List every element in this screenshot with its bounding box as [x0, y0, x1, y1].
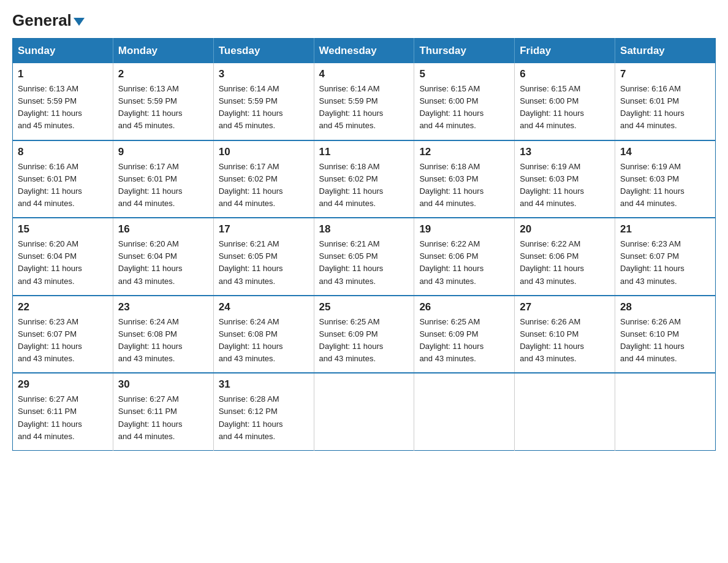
weekday-header-saturday: Saturday	[615, 39, 716, 64]
day-number: 29	[18, 378, 108, 391]
day-number: 3	[219, 68, 309, 80]
day-number: 31	[219, 378, 309, 391]
calendar-cell: 9 Sunrise: 6:17 AM Sunset: 6:01 PM Dayli…	[113, 140, 213, 218]
day-info: Sunrise: 6:15 AM Sunset: 6:00 PM Dayligh…	[520, 83, 610, 132]
calendar-cell: 6 Sunrise: 6:15 AM Sunset: 6:00 PM Dayli…	[515, 63, 615, 140]
calendar-week-row: 15 Sunrise: 6:20 AM Sunset: 6:04 PM Dayl…	[13, 218, 716, 296]
day-info: Sunrise: 6:17 AM Sunset: 6:02 PM Dayligh…	[219, 161, 309, 210]
day-number: 5	[419, 68, 509, 80]
day-number: 12	[419, 146, 509, 158]
day-number: 20	[520, 223, 610, 236]
day-info: Sunrise: 6:26 AM Sunset: 6:10 PM Dayligh…	[620, 316, 710, 366]
day-info: Sunrise: 6:23 AM Sunset: 6:07 PM Dayligh…	[18, 316, 108, 366]
day-info: Sunrise: 6:26 AM Sunset: 6:10 PM Dayligh…	[520, 316, 610, 366]
calendar-cell: 13 Sunrise: 6:19 AM Sunset: 6:03 PM Dayl…	[515, 140, 615, 218]
day-info: Sunrise: 6:21 AM Sunset: 6:05 PM Dayligh…	[219, 238, 309, 288]
calendar-week-row: 29 Sunrise: 6:27 AM Sunset: 6:11 PM Dayl…	[13, 373, 716, 450]
day-number: 15	[18, 223, 108, 236]
calendar-cell: 23 Sunrise: 6:24 AM Sunset: 6:08 PM Dayl…	[113, 296, 213, 373]
day-number: 22	[18, 301, 108, 313]
day-info: Sunrise: 6:14 AM Sunset: 5:59 PM Dayligh…	[219, 83, 309, 132]
day-info: Sunrise: 6:23 AM Sunset: 6:07 PM Dayligh…	[620, 238, 710, 288]
day-info: Sunrise: 6:18 AM Sunset: 6:03 PM Dayligh…	[419, 161, 509, 210]
day-info: Sunrise: 6:21 AM Sunset: 6:05 PM Dayligh…	[319, 238, 409, 288]
calendar-cell: 11 Sunrise: 6:18 AM Sunset: 6:02 PM Dayl…	[314, 140, 414, 218]
page-header: General	[12, 12, 716, 27]
day-number: 2	[118, 68, 208, 80]
weekday-header-wednesday: Wednesday	[314, 39, 414, 64]
calendar-cell: 24 Sunrise: 6:24 AM Sunset: 6:08 PM Dayl…	[213, 296, 314, 373]
day-info: Sunrise: 6:27 AM Sunset: 6:11 PM Dayligh…	[18, 393, 108, 443]
calendar-cell: 1 Sunrise: 6:13 AM Sunset: 5:59 PM Dayli…	[13, 63, 113, 140]
calendar-cell	[515, 373, 615, 450]
calendar-cell: 18 Sunrise: 6:21 AM Sunset: 6:05 PM Dayl…	[314, 218, 414, 296]
day-number: 8	[18, 146, 108, 158]
calendar-cell: 27 Sunrise: 6:26 AM Sunset: 6:10 PM Dayl…	[515, 296, 615, 373]
weekday-header-monday: Monday	[113, 39, 213, 64]
day-number: 10	[219, 146, 309, 158]
calendar-cell: 4 Sunrise: 6:14 AM Sunset: 5:59 PM Dayli…	[314, 63, 414, 140]
logo-general: General	[12, 12, 85, 28]
day-number: 25	[319, 301, 409, 313]
weekday-header-tuesday: Tuesday	[213, 39, 314, 64]
day-number: 6	[520, 68, 610, 80]
day-info: Sunrise: 6:16 AM Sunset: 6:01 PM Dayligh…	[18, 161, 108, 210]
calendar-cell: 8 Sunrise: 6:16 AM Sunset: 6:01 PM Dayli…	[13, 140, 113, 218]
day-number: 17	[219, 223, 309, 236]
calendar-cell: 20 Sunrise: 6:22 AM Sunset: 6:06 PM Dayl…	[515, 218, 615, 296]
weekday-header-thursday: Thursday	[414, 39, 515, 64]
day-info: Sunrise: 6:20 AM Sunset: 6:04 PM Dayligh…	[118, 238, 208, 288]
calendar-cell: 2 Sunrise: 6:13 AM Sunset: 5:59 PM Dayli…	[113, 63, 213, 140]
calendar-cell: 22 Sunrise: 6:23 AM Sunset: 6:07 PM Dayl…	[13, 296, 113, 373]
day-info: Sunrise: 6:25 AM Sunset: 6:09 PM Dayligh…	[319, 316, 409, 366]
day-info: Sunrise: 6:13 AM Sunset: 5:59 PM Dayligh…	[18, 83, 108, 132]
calendar-cell	[615, 373, 716, 450]
day-number: 9	[118, 146, 208, 158]
day-info: Sunrise: 6:27 AM Sunset: 6:11 PM Dayligh…	[118, 393, 208, 443]
weekday-header-friday: Friday	[515, 39, 615, 64]
calendar-week-row: 22 Sunrise: 6:23 AM Sunset: 6:07 PM Dayl…	[13, 296, 716, 373]
calendar-cell: 10 Sunrise: 6:17 AM Sunset: 6:02 PM Dayl…	[213, 140, 314, 218]
day-number: 23	[118, 301, 208, 313]
weekday-header-sunday: Sunday	[13, 39, 113, 64]
day-info: Sunrise: 6:16 AM Sunset: 6:01 PM Dayligh…	[620, 83, 710, 132]
calendar-cell: 14 Sunrise: 6:19 AM Sunset: 6:03 PM Dayl…	[615, 140, 716, 218]
calendar-week-row: 8 Sunrise: 6:16 AM Sunset: 6:01 PM Dayli…	[13, 140, 716, 218]
day-number: 24	[219, 301, 309, 313]
calendar-cell: 30 Sunrise: 6:27 AM Sunset: 6:11 PM Dayl…	[113, 373, 213, 450]
day-number: 11	[319, 146, 409, 158]
day-info: Sunrise: 6:14 AM Sunset: 5:59 PM Dayligh…	[319, 83, 409, 132]
day-number: 4	[319, 68, 409, 80]
day-info: Sunrise: 6:13 AM Sunset: 5:59 PM Dayligh…	[118, 83, 208, 132]
day-info: Sunrise: 6:25 AM Sunset: 6:09 PM Dayligh…	[419, 316, 509, 366]
day-number: 26	[419, 301, 509, 313]
calendar-cell	[414, 373, 515, 450]
day-number: 16	[118, 223, 208, 236]
calendar-table: SundayMondayTuesdayWednesdayThursdayFrid…	[12, 38, 716, 451]
day-number: 30	[118, 378, 208, 391]
calendar-cell: 19 Sunrise: 6:22 AM Sunset: 6:06 PM Dayl…	[414, 218, 515, 296]
day-info: Sunrise: 6:19 AM Sunset: 6:03 PM Dayligh…	[520, 161, 610, 210]
day-info: Sunrise: 6:19 AM Sunset: 6:03 PM Dayligh…	[620, 161, 710, 210]
calendar-cell: 15 Sunrise: 6:20 AM Sunset: 6:04 PM Dayl…	[13, 218, 113, 296]
day-number: 13	[520, 146, 610, 158]
day-number: 7	[620, 68, 710, 80]
day-info: Sunrise: 6:18 AM Sunset: 6:02 PM Dayligh…	[319, 161, 409, 210]
calendar-cell: 28 Sunrise: 6:26 AM Sunset: 6:10 PM Dayl…	[615, 296, 716, 373]
calendar-week-row: 1 Sunrise: 6:13 AM Sunset: 5:59 PM Dayli…	[13, 63, 716, 140]
day-info: Sunrise: 6:22 AM Sunset: 6:06 PM Dayligh…	[520, 238, 610, 288]
calendar-cell: 25 Sunrise: 6:25 AM Sunset: 6:09 PM Dayl…	[314, 296, 414, 373]
day-number: 18	[319, 223, 409, 236]
day-info: Sunrise: 6:22 AM Sunset: 6:06 PM Dayligh…	[419, 238, 509, 288]
calendar-cell: 12 Sunrise: 6:18 AM Sunset: 6:03 PM Dayl…	[414, 140, 515, 218]
day-number: 27	[520, 301, 610, 313]
day-number: 1	[18, 68, 108, 80]
calendar-cell: 5 Sunrise: 6:15 AM Sunset: 6:00 PM Dayli…	[414, 63, 515, 140]
calendar-cell: 21 Sunrise: 6:23 AM Sunset: 6:07 PM Dayl…	[615, 218, 716, 296]
calendar-cell: 3 Sunrise: 6:14 AM Sunset: 5:59 PM Dayli…	[213, 63, 314, 140]
day-number: 19	[419, 223, 509, 236]
day-info: Sunrise: 6:15 AM Sunset: 6:00 PM Dayligh…	[419, 83, 509, 132]
weekday-header-row: SundayMondayTuesdayWednesdayThursdayFrid…	[13, 39, 716, 64]
day-number: 28	[620, 301, 710, 313]
logo: General	[12, 12, 85, 27]
